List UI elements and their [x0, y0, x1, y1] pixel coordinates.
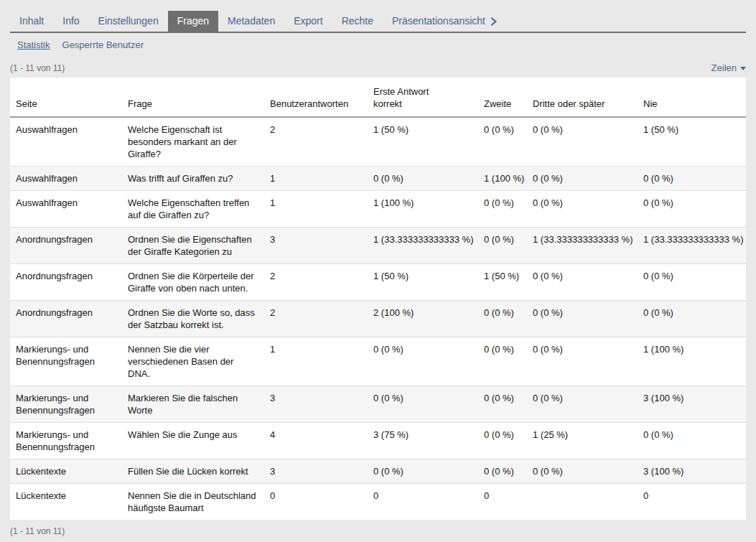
table-cell: Füllen Sie die Lücken korrekt — [122, 459, 264, 484]
table-cell: 1 (50 %) — [638, 117, 746, 167]
table-cell: 0 (0 %) — [368, 386, 478, 423]
table-cell: Anordnungsfragen — [10, 228, 122, 264]
tab-label: Inhalt — [19, 15, 44, 27]
table-cell: 0 (0 %) — [478, 117, 527, 167]
tab-label: Info — [62, 15, 79, 27]
tab-label: Präsentationsansicht — [392, 15, 485, 27]
column-header-3: Erste Antwort korrekt — [368, 78, 478, 117]
table-row: LückentexteFüllen Sie die Lücken korrekt… — [10, 459, 746, 484]
table-cell: 0 (0 %) — [368, 459, 478, 484]
table-row: Markierungs- und BenennungsfragenNennen … — [10, 337, 746, 386]
column-header-label: Zweite — [484, 98, 511, 109]
tab-label: Einstellungen — [98, 15, 159, 27]
table-cell: 0 (0 %) — [638, 191, 746, 228]
tab-fragen[interactable]: Fragen — [168, 11, 218, 32]
table-cell: 2 — [264, 264, 368, 301]
column-header-label: Erste Antwort korrekt — [373, 85, 442, 110]
column-header-2: Benutzerantworten — [264, 78, 368, 117]
table-cell: 0 (0 %) — [478, 337, 527, 386]
table-cell: 1 (25 %) — [527, 423, 638, 459]
table-cell: 1 (50 %) — [368, 117, 478, 167]
rows-dropdown[interactable]: Zeilen — [711, 62, 746, 73]
tab-praesentationsansicht[interactable]: Präsentationsansicht — [383, 11, 507, 32]
table-cell: 0 — [638, 484, 746, 520]
column-header-label: Seite — [16, 98, 37, 109]
tab-label: Export — [294, 15, 322, 27]
table-cell: Welche Eigenschaften treffen auf die Gir… — [122, 191, 264, 228]
table-header-row: SeiteFrageBenutzerantwortenErste Antwort… — [10, 78, 746, 117]
table-cell: Nennen Sie die vier verschiedenen Basen … — [122, 337, 264, 386]
tab-einstellungen[interactable]: Einstellungen — [89, 11, 168, 32]
table-cell: 1 — [264, 337, 368, 386]
table-row: Markierungs- und BenennungsfragenWählen … — [10, 423, 746, 459]
table-cell: 1 (50 %) — [368, 264, 478, 301]
column-header-label: Dritte oder später — [533, 98, 605, 109]
subtab-gesperrte-benutzer[interactable]: Gesperrte Benutzer — [62, 39, 144, 51]
table-cell: 0 (0 %) — [638, 301, 746, 337]
table-cell: 1 (100 %) — [368, 191, 478, 228]
table-cell: 0 (0 %) — [638, 264, 746, 301]
table-cell: 1 (100 %) — [478, 167, 527, 191]
chevron-right-icon — [490, 17, 498, 26]
table-cell: 1 (50 %) — [478, 264, 527, 301]
table-cell: 2 — [264, 301, 368, 337]
table-cell: 0 (0 %) — [527, 264, 638, 301]
pagination-bottom: (1 - 11 von 11) — [10, 526, 746, 536]
table-cell: 1 (33.333333333333 %) — [368, 228, 478, 264]
table-cell: 0 (0 %) — [527, 191, 638, 228]
table-cell: Lückentexte — [10, 484, 122, 520]
column-header-label: Frage — [128, 98, 152, 109]
table-cell: 0 (0 %) — [527, 459, 638, 484]
table-cell: 3 (100 %) — [638, 386, 746, 423]
table-cell: 3 — [264, 228, 368, 264]
table-cell: Auswahlfragen — [10, 117, 122, 167]
table-cell: Ordnen Sie die Körperteile der Giraffe v… — [122, 264, 264, 301]
table-row: AnordnungsfragenOrdnen Sie die Worte so,… — [10, 301, 746, 337]
caret-down-icon — [740, 67, 746, 70]
column-header-label: Benutzerantworten — [270, 98, 348, 109]
tab-export[interactable]: Export — [284, 11, 332, 32]
page: InhaltInfoEinstellungenFragenMetadatenEx… — [0, 11, 756, 536]
table-cell: Lückentexte — [10, 459, 122, 484]
table-body: AuswahlfragenWelche Eigenschaft ist beso… — [10, 117, 746, 520]
table-row: AuswahlfragenWelche Eigenschaften treffe… — [10, 191, 746, 228]
table-cell — [527, 484, 638, 520]
table-row: AuswahlfragenWas trifft auf Giraffen zu?… — [10, 167, 746, 191]
table-row: AnordnungsfragenOrdnen Sie die Eigenscha… — [10, 228, 746, 264]
table-row: AuswahlfragenWelche Eigenschaft ist beso… — [10, 117, 746, 167]
table-cell: 0 (0 %) — [527, 117, 638, 167]
subtab-bar: StatistikGesperrte Benutzer — [17, 39, 746, 51]
subtab-statistik[interactable]: Statistik — [17, 39, 50, 51]
column-header-0: Seite — [10, 78, 122, 117]
table-cell: 0 (0 %) — [478, 191, 527, 228]
table-cell: 0 (0 %) — [638, 423, 746, 459]
tab-label: Metadaten — [228, 15, 275, 27]
tab-info[interactable]: Info — [53, 11, 88, 32]
table-row: AnordnungsfragenOrdnen Sie die Körpertei… — [10, 264, 746, 301]
questions-statistics-table: SeiteFrageBenutzerantwortenErste Antwort… — [10, 78, 746, 520]
table-cell: Anordnungsfragen — [10, 264, 122, 301]
table-cell: 3 (100 %) — [638, 459, 746, 484]
column-header-5: Dritte oder später — [527, 78, 638, 117]
table-cell: 3 — [264, 386, 368, 423]
table-cell: Markierungs- und Benennungsfragen — [10, 423, 122, 459]
table-cell: Wählen Sie die Zunge aus — [122, 423, 264, 459]
table-cell: 1 — [264, 191, 368, 228]
table-cell: 0 (0 %) — [478, 228, 527, 264]
column-header-1: Frage — [122, 78, 264, 117]
tab-label: Fragen — [177, 15, 209, 27]
tab-metadaten[interactable]: Metadaten — [218, 11, 284, 32]
table-cell: 0 (0 %) — [368, 167, 478, 191]
table-row: Markierungs- und BenennungsfragenMarkier… — [10, 386, 746, 423]
table-cell: Markieren Sie die falschen Worte — [122, 386, 264, 423]
column-header-label: Nie — [643, 98, 658, 109]
tab-inhalt[interactable]: Inhalt — [10, 11, 53, 32]
tab-bar: InhaltInfoEinstellungenFragenMetadatenEx… — [10, 11, 746, 33]
table-cell: 1 (33.333333333333 %) — [638, 228, 746, 264]
tab-rechte[interactable]: Rechte — [332, 11, 383, 32]
table-cell: 0 (0 %) — [527, 167, 638, 191]
table-cell: 0 (0 %) — [478, 459, 527, 484]
table-cell: 0 (0 %) — [638, 167, 746, 191]
table-cell: 0 (0 %) — [478, 301, 527, 337]
table-cell: 2 (100 %) — [368, 301, 478, 337]
